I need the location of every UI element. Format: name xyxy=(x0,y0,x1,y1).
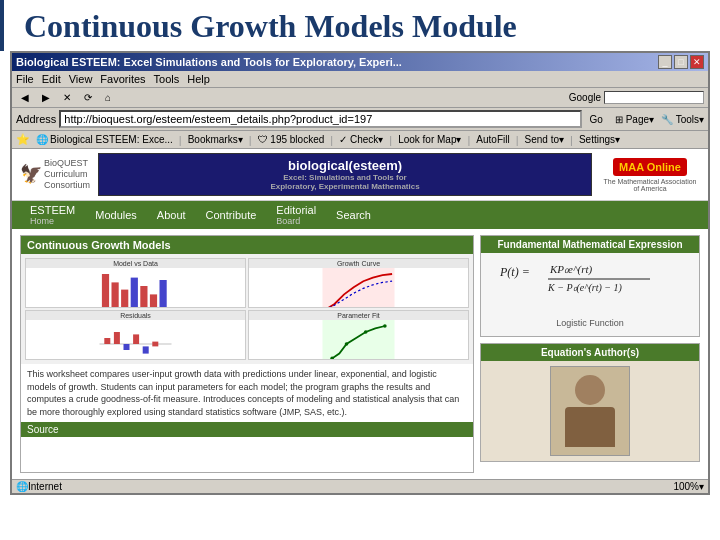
svg-point-19 xyxy=(383,324,387,328)
menu-help[interactable]: Help xyxy=(187,73,210,85)
right-content-panel: Fundamental Mathematical Expression P(t)… xyxy=(480,235,700,473)
svg-rect-13 xyxy=(143,346,149,353)
forward-button[interactable]: ▶ xyxy=(37,90,55,105)
bookmark-check[interactable]: ✓ Check▾ xyxy=(337,134,385,145)
left-content-panel: Continuous Growth Models Model vs Data xyxy=(20,235,474,473)
chart-2-svg xyxy=(249,268,468,308)
chart-4: Parameter Fit xyxy=(248,310,469,360)
svg-rect-14 xyxy=(152,342,158,347)
bird-icon: 🦅 xyxy=(20,163,42,185)
svg-rect-5 xyxy=(150,294,157,308)
maximize-button[interactable]: □ xyxy=(674,55,688,69)
portrait-area xyxy=(481,361,699,461)
bookmark-biological-esteem[interactable]: 🌐 Biological ESTEEM: Exce... xyxy=(34,134,175,145)
chart-1-title: Model vs Data xyxy=(26,259,245,268)
nav-modules[interactable]: Modules xyxy=(85,206,147,224)
portrait-body xyxy=(565,407,615,447)
description-text: This worksheet compares user-input growt… xyxy=(21,364,473,422)
chart-1: Model vs Data xyxy=(25,258,246,308)
bookmark-blocked[interactable]: 🛡 195 blocked xyxy=(256,134,327,145)
svg-rect-9 xyxy=(104,338,110,344)
svg-rect-10 xyxy=(114,332,120,344)
chart-3-svg xyxy=(26,320,245,360)
zoom-level: 100% xyxy=(673,481,699,492)
svg-text:KP₀e^(rt): KP₀e^(rt) xyxy=(549,263,593,276)
maa-logo-area: MAA Online The Mathematical Association … xyxy=(600,158,700,192)
refresh-button[interactable]: ⟳ xyxy=(79,90,97,105)
menu-view[interactable]: View xyxy=(69,73,93,85)
site-navigation: ESTEEMHome Modules About Contribute Edit… xyxy=(12,201,708,229)
status-icon: 🌐 xyxy=(16,481,28,492)
formula-text: P(t) = KP₀e^(rt) K − P₀(e^(rt) − 1) xyxy=(489,261,691,314)
nav-about[interactable]: About xyxy=(147,206,196,224)
svg-rect-7 xyxy=(323,268,395,308)
browser-titlebar-text: Biological ESTEEM: Excel Simulations and… xyxy=(16,56,402,68)
chart-2-title: Growth Curve xyxy=(249,259,468,268)
minimize-button[interactable]: _ xyxy=(658,55,672,69)
address-label: Address xyxy=(16,113,56,125)
portrait-head xyxy=(575,375,605,405)
biological-banner: biological(esteem) Excel: Simulations an… xyxy=(98,153,592,196)
left-panel-title: Continuous Growth Models xyxy=(21,236,473,254)
svg-rect-3 xyxy=(131,278,138,308)
menu-favorites[interactable]: Favorites xyxy=(100,73,145,85)
svg-point-17 xyxy=(345,342,349,346)
bookmark-icon: ⭐ xyxy=(16,133,30,146)
formula-svg: P(t) = KP₀e^(rt) K − P₀(e^(rt) − 1) xyxy=(490,261,690,311)
bookmark-settings[interactable]: Settings▾ xyxy=(577,134,622,145)
home-button[interactable]: ⌂ xyxy=(100,90,116,105)
authors-box: Equation's Author(s) xyxy=(480,343,700,462)
chart-2: Growth Curve xyxy=(248,258,469,308)
bookmark-bookmarks[interactable]: Bookmarks▾ xyxy=(186,134,245,145)
svg-rect-2 xyxy=(121,290,128,308)
zoom-controls[interactable]: ▾ xyxy=(699,481,704,492)
svg-rect-4 xyxy=(140,286,147,308)
back-button[interactable]: ◀ xyxy=(16,90,34,105)
bookmark-autofill[interactable]: AutoFill xyxy=(474,134,511,145)
stop-button[interactable]: ✕ xyxy=(58,90,76,105)
bookmark-look-for-map[interactable]: Look for Map▾ xyxy=(396,134,463,145)
formula-label: Logistic Function xyxy=(489,318,691,328)
svg-rect-1 xyxy=(112,282,119,308)
bioquest-logo: 🦅 BioQUEST Curriculum Consortium xyxy=(20,158,90,190)
page-title: Continuous Growth Models Module xyxy=(24,8,700,45)
bookmark-send-to[interactable]: Send to▾ xyxy=(523,134,566,145)
formula-box: Fundamental Mathematical Expression P(t)… xyxy=(480,235,700,337)
svg-text:P(t) =: P(t) = xyxy=(499,265,530,279)
chart-4-svg xyxy=(249,320,468,360)
menu-file[interactable]: File xyxy=(16,73,34,85)
author-portrait xyxy=(550,366,630,456)
menu-edit[interactable]: Edit xyxy=(42,73,61,85)
svg-rect-11 xyxy=(124,344,130,350)
svg-rect-6 xyxy=(160,280,167,308)
chart-3-title: Residuals xyxy=(26,311,245,320)
nav-esteem-home[interactable]: ESTEEMHome xyxy=(20,201,85,229)
bioquest-logo-text: BioQUEST Curriculum Consortium xyxy=(44,158,90,190)
svg-rect-0 xyxy=(102,274,109,308)
nav-editorial-board[interactable]: EditorialBoard xyxy=(266,201,326,229)
status-text: Internet xyxy=(28,481,62,492)
maa-subtitle: The Mathematical Association of America xyxy=(600,178,700,192)
page-icon: 🌐 xyxy=(36,134,48,145)
chart-1-svg xyxy=(26,268,245,308)
google-search-input[interactable] xyxy=(604,91,704,104)
nav-contribute[interactable]: Contribute xyxy=(196,206,267,224)
nav-search[interactable]: Search xyxy=(326,206,381,224)
formula-area: P(t) = KP₀e^(rt) K − P₀(e^(rt) − 1) Logi… xyxy=(481,253,699,336)
authors-box-title: Equation's Author(s) xyxy=(481,344,699,361)
address-input[interactable] xyxy=(59,110,581,128)
close-button[interactable]: ✕ xyxy=(690,55,704,69)
chart-4-title: Parameter Fit xyxy=(249,311,468,320)
formula-box-title: Fundamental Mathematical Expression xyxy=(481,236,699,253)
chart-3: Residuals xyxy=(25,310,246,360)
svg-point-18 xyxy=(364,330,368,334)
go-button[interactable]: Go xyxy=(585,112,608,127)
maa-logo[interactable]: MAA Online xyxy=(613,158,687,176)
menu-tools[interactable]: Tools xyxy=(154,73,180,85)
svg-text:K − P₀(e^(rt) − 1): K − P₀(e^(rt) − 1) xyxy=(547,282,623,294)
source-bar[interactable]: Source xyxy=(21,422,473,437)
svg-rect-12 xyxy=(133,334,139,344)
charts-grid: Model vs Data xyxy=(21,254,473,364)
